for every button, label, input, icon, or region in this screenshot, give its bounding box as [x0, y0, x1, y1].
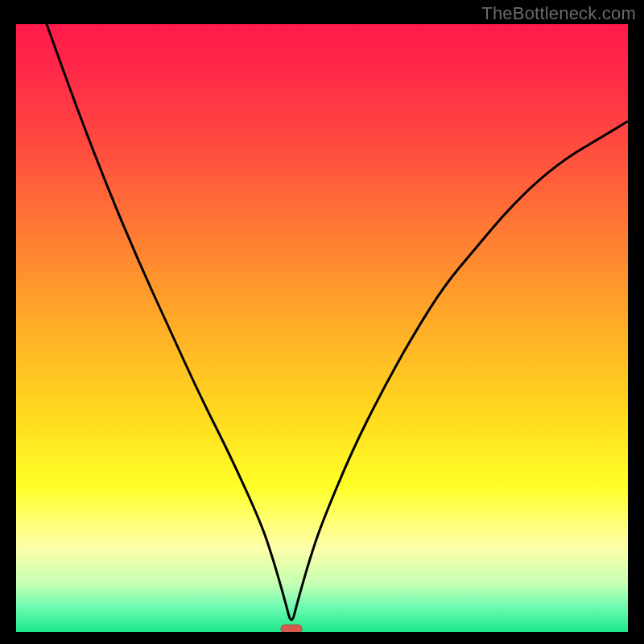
plot-area [16, 24, 628, 632]
chart-frame: TheBottleneck.com [0, 0, 644, 644]
minimum-marker [281, 625, 302, 632]
curve-path [47, 24, 628, 620]
plot-svg [16, 24, 628, 632]
watermark-text: TheBottleneck.com [481, 3, 636, 24]
